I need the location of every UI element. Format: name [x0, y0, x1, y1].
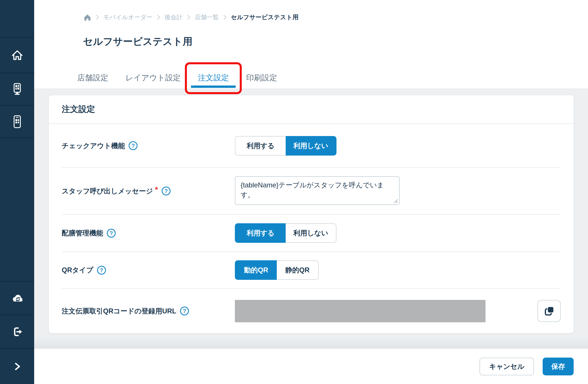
order-settings-card: 注文設定 チェックアウト機能 ? 利用する 利用しない — [49, 95, 574, 333]
help-icon[interactable]: ? — [180, 307, 189, 315]
cloud-sync-icon — [10, 291, 25, 306]
home-icon — [10, 48, 25, 63]
page-title: セルフサービステスト用 — [83, 34, 588, 48]
sidebar-item-sync[interactable] — [0, 282, 34, 315]
toggle-option-not-use[interactable]: 利用しない — [286, 136, 336, 156]
row-qr-type: QRタイプ ? 動的QR 静的QR — [62, 251, 561, 288]
logout-icon — [10, 324, 25, 339]
row-control: 動的QR 静的QR — [235, 260, 561, 280]
breadcrumb-separator-icon — [187, 15, 190, 20]
toggle-option-dynamic-qr[interactable]: 動的QR — [235, 260, 277, 280]
breadcrumb: モバイルオーダー 後会計 店舗一覧 セルフサービステスト用 — [84, 13, 588, 21]
field-label: 注文伝票取引QRコードの登録用URL — [62, 307, 176, 316]
active-tab-underline — [191, 86, 236, 88]
row-control — [235, 300, 561, 322]
breadcrumb-separator-icon — [96, 15, 99, 20]
toggle-option-not-use[interactable]: 利用しない — [286, 223, 336, 243]
toggle-option-static-qr[interactable]: 静的QR — [277, 260, 319, 280]
tab-print-settings[interactable]: 印刷設定 — [239, 68, 284, 88]
staff-call-message-input[interactable]: {tableName}テーブルがスタッフを呼んでいます。 — [235, 176, 400, 205]
help-icon[interactable]: ? — [129, 141, 138, 150]
breadcrumb-separator-icon — [157, 15, 160, 20]
required-asterisk: * — [155, 185, 158, 194]
field-label: チェックアウト機能 — [62, 141, 125, 150]
tab-layout-settings[interactable]: レイアウト設定 — [119, 68, 187, 88]
mobile-order-icon — [10, 114, 25, 129]
tab-store-settings[interactable]: 店舗設定 — [70, 68, 115, 88]
toggle-option-use[interactable]: 利用する — [235, 136, 286, 156]
action-footer: キャンセル 保存 — [34, 349, 588, 384]
row-qr-registration-url: 注文伝票取引QRコードの登録用URL ? — [62, 288, 561, 333]
row-label-group: 配膳管理機能 ? — [62, 228, 235, 238]
tab-bar: 店舗設定 レイアウト設定 注文設定 印刷設定 — [70, 68, 588, 88]
main-area: モバイルオーダー 後会計 店舗一覧 セルフサービステスト用 セルフサービステスト… — [34, 0, 588, 384]
collapse-icon — [10, 359, 25, 374]
field-label: 配膳管理機能 — [62, 228, 103, 238]
serving-toggle: 利用する 利用しない — [235, 223, 336, 243]
sidebar-logo-area — [0, 0, 34, 38]
breadcrumb-current: セルフサービステスト用 — [231, 13, 298, 21]
copy-icon — [543, 305, 555, 317]
row-control: 利用する 利用しない — [235, 223, 561, 243]
row-control: {tableName}テーブルがスタッフを呼んでいます。 — [235, 176, 561, 206]
sidebar-item-kiosk[interactable] — [0, 73, 34, 106]
sidebar-item-collapse[interactable] — [0, 349, 34, 384]
tab-order-settings[interactable]: 注文設定 — [191, 68, 236, 88]
help-icon[interactable]: ? — [162, 187, 171, 195]
breadcrumb-separator-icon — [223, 15, 227, 20]
app-root: モバイルオーダー 後会計 店舗一覧 セルフサービステスト用 セルフサービステスト… — [0, 0, 588, 384]
breadcrumb-link-postpay[interactable]: 後会計 — [165, 13, 183, 21]
tab-label: 印刷設定 — [246, 73, 277, 83]
card-title: 注文設定 — [49, 95, 574, 124]
field-label: スタッフ呼び出しメッセージ — [62, 187, 153, 196]
row-control: 利用する 利用しない — [235, 136, 561, 156]
checkout-toggle: 利用する 利用しない — [235, 136, 336, 156]
breadcrumb-link-mobile-order[interactable]: モバイルオーダー — [103, 13, 152, 21]
page-header: モバイルオーダー 後会計 店舗一覧 セルフサービステスト用 セルフサービステスト… — [34, 0, 588, 88]
save-button[interactable]: 保存 — [543, 358, 574, 375]
breadcrumb-home-icon[interactable] — [84, 13, 91, 21]
sidebar-item-mobile-order[interactable] — [0, 106, 34, 138]
textarea-wrapper: {tableName}テーブルがスタッフを呼んでいます。 — [235, 176, 400, 206]
masked-url-value — [235, 300, 486, 322]
content-area: 注文設定 チェックアウト機能 ? 利用する 利用しない — [34, 88, 588, 349]
row-serving-management: 配膳管理機能 ? 利用する 利用しない — [62, 214, 561, 251]
help-icon[interactable]: ? — [97, 266, 106, 275]
sidebar-spacer — [0, 138, 34, 282]
toggle-option-use[interactable]: 利用する — [235, 223, 286, 243]
row-label-group: QRタイプ ? — [62, 265, 235, 275]
form-rows: チェックアウト機能 ? 利用する 利用しない ス — [49, 124, 574, 333]
field-label: QRタイプ — [62, 265, 93, 275]
row-label-group: チェックアウト機能 ? — [62, 141, 235, 150]
row-label-group: スタッフ呼び出しメッセージ * ? — [62, 187, 235, 196]
row-label-group: 注文伝票取引QRコードの登録用URL ? — [62, 307, 235, 316]
breadcrumb-link-store-list[interactable]: 店舗一覧 — [195, 13, 219, 21]
sidebar-item-logout[interactable] — [0, 315, 34, 349]
sidebar — [0, 0, 34, 384]
tab-label: 注文設定 — [198, 73, 229, 83]
copy-url-button[interactable] — [537, 300, 561, 322]
help-icon[interactable]: ? — [107, 229, 116, 238]
qr-type-toggle: 動的QR 静的QR — [235, 260, 319, 280]
tab-label: レイアウト設定 — [125, 73, 181, 83]
tab-label: 店舗設定 — [77, 73, 108, 83]
cancel-button[interactable]: キャンセル — [479, 358, 534, 375]
row-checkout-feature: チェックアウト機能 ? 利用する 利用しない — [62, 124, 561, 167]
row-staff-call-message: スタッフ呼び出しメッセージ * ? {tableName}テーブルがスタッフを呼… — [62, 167, 561, 214]
kiosk-icon — [10, 82, 25, 97]
sidebar-item-home[interactable] — [0, 38, 34, 73]
